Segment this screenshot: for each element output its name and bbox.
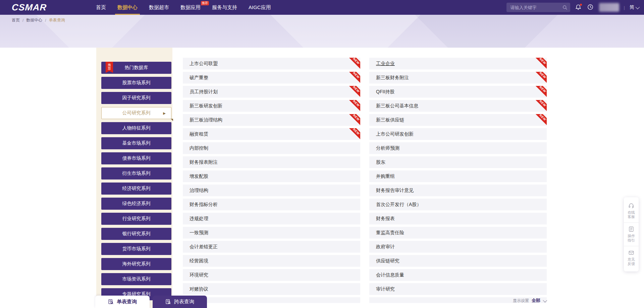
headset-icon — [628, 203, 634, 210]
tab-单表查询[interactable]: 单表查询 — [95, 296, 150, 308]
top-header: CSMAR 首页数据中心数据超市数据应用推荐服务与支持AIGC应用 | 简 — [0, 0, 644, 15]
list-item-新三板供应链[interactable]: 新三板供应链NEW — [369, 114, 547, 126]
list-item-工业企业[interactable]: 工业企业NEW — [369, 58, 547, 69]
guide-icon — [628, 226, 634, 234]
list-item-label: 上市公司联盟 — [190, 58, 218, 69]
list-item-股东[interactable]: 股东 — [369, 156, 547, 168]
display-setting-value[interactable]: 全部 — [532, 298, 540, 304]
chevron-down-icon — [636, 5, 640, 9]
list-item-QFII持股[interactable]: QFII持股NEW — [369, 86, 547, 98]
list-item-环境研究[interactable]: 环境研究 — [183, 269, 360, 281]
list-item-并购重组[interactable]: 并购重组 — [369, 170, 547, 182]
list-item-一致预测[interactable]: 一致预测 — [183, 227, 360, 239]
list-item-新三板财务附注[interactable]: 新三板财务附注NEW — [369, 72, 547, 84]
list-item-会计差错更正[interactable]: 会计差错更正 — [183, 241, 360, 253]
list-item-partial[interactable] — [183, 297, 360, 303]
list-item-内部控制[interactable]: 内部控制 — [183, 142, 360, 154]
list-item-label: 首次公开发行（A股） — [376, 199, 421, 210]
tab-跨表查询[interactable]: 跨表查询 — [153, 296, 207, 308]
csmar-logo[interactable]: CSMAR — [11, 2, 47, 13]
list-item-label: 政府审计 — [376, 241, 395, 253]
list-item-破产重整[interactable]: 破产重整NEW — [183, 72, 360, 84]
float-button-在线客服[interactable]: 在线客服 — [624, 199, 639, 222]
list-item-新三板研发创新[interactable]: 新三板研发创新NEW — [183, 100, 360, 112]
breadcrumb-item[interactable]: 首页 — [12, 17, 20, 23]
list-item-新三板治理结构[interactable]: 新三板治理结构NEW — [183, 114, 360, 126]
sidebar-item-label: 衍生市场系列 — [122, 170, 151, 176]
float-button-意见反馈[interactable]: 意见反馈 — [624, 246, 639, 269]
sidebar-item-银行研究系列[interactable]: 银行研究系列 — [101, 228, 171, 240]
nav-item-数据中心[interactable]: 数据中心 — [112, 0, 143, 15]
list-item-label: 员工持股计划 — [190, 86, 218, 98]
nav-item-数据应用[interactable]: 数据应用推荐 — [175, 0, 206, 15]
list-item-label: 一致预测 — [190, 227, 208, 239]
list-item-治理结构[interactable]: 治理结构 — [183, 185, 360, 196]
list-item-董监高责任险[interactable]: 董监高责任险 — [369, 227, 547, 239]
language-switcher[interactable]: 简 — [630, 4, 639, 10]
float-button-label: 操作指引 — [627, 234, 635, 243]
list-item-首次公开发行（A股）[interactable]: 首次公开发行（A股） — [369, 199, 547, 210]
sidebar-item-行业研究系列[interactable]: 行业研究系列 — [101, 213, 171, 225]
float-button-操作指引[interactable]: 操作指引 — [624, 222, 639, 246]
list-item-违规处理[interactable]: 违规处理 — [183, 213, 360, 224]
list-item-对赌协议[interactable]: 对赌协议 — [183, 283, 360, 295]
sidebar-item-绿色经济系列[interactable]: 绿色经济系列 — [101, 198, 171, 210]
nav-item-首页[interactable]: 首页 — [90, 0, 112, 15]
sidebar-item-经济研究系列[interactable]: 经济研究系列 — [101, 183, 171, 195]
sidebar-item-label: 绿色经济系列 — [122, 201, 151, 207]
list-item-label: 对赌协议 — [190, 283, 208, 295]
breadcrumb-item[interactable]: 数据中心 — [26, 17, 42, 23]
sidebar-item-label: 公司研究系列 — [122, 110, 151, 116]
list-item-label: 财务报表 — [376, 213, 395, 224]
list-item-label: 并购重组 — [376, 170, 395, 182]
sidebar-item-股票市场系列[interactable]: 股票市场系列 — [101, 77, 171, 89]
list-item-供应链研究[interactable]: 供应链研究 — [369, 255, 547, 267]
breadcrumb-item: 单表查询 — [49, 17, 65, 23]
nav-item-数据超市[interactable]: 数据超市 — [143, 0, 175, 15]
list-item-财务指标分析[interactable]: 财务指标分析 — [183, 199, 360, 210]
list-item-融资租赁[interactable]: 融资租赁NEW — [183, 128, 360, 140]
sidebar-item-衍生市场系列[interactable]: 衍生市场系列 — [101, 167, 171, 179]
sidebar-item-货币市场系列[interactable]: 货币市场系列 — [101, 243, 171, 255]
history-button[interactable] — [587, 4, 594, 11]
sidebar-item-基金市场系列[interactable]: 基金市场系列 — [101, 137, 171, 149]
list-item-财务报表附注[interactable]: 财务报表附注 — [183, 156, 360, 168]
sidebar-item-label: 货币市场系列 — [122, 246, 151, 252]
list-item-财务报告审计意见[interactable]: 财务报告审计意见 — [369, 185, 547, 196]
sidebar-item-公司研究系列[interactable]: 公司研究系列▶ — [101, 107, 171, 119]
search-input[interactable] — [506, 3, 570, 12]
notifications-button[interactable] — [575, 4, 582, 11]
list-item-label: 会计信息质量 — [376, 269, 404, 281]
sidebar-item-热门数据库[interactable]: 热门数据库推荐 — [101, 62, 171, 74]
list-item-新三板公司基本信息[interactable]: 新三板公司基本信息NEW — [369, 100, 547, 112]
database-list: 上市公司联盟NEW破产重整NEW员工持股计划NEW新三板研发创新NEW新三板治理… — [183, 58, 547, 308]
avatar[interactable] — [599, 3, 619, 12]
main-nav: 首页数据中心数据超市数据应用推荐服务与支持AIGC应用 — [90, 0, 277, 15]
list-item-经营困境[interactable]: 经营困境 — [183, 255, 360, 267]
search-icon[interactable] — [562, 5, 568, 10]
list-item-label: 会计差错更正 — [190, 241, 218, 253]
list-item-上市公司联盟[interactable]: 上市公司联盟NEW — [183, 58, 360, 69]
nav-item-label: 数据应用 — [180, 4, 201, 11]
list-item-政府审计[interactable]: 政府审计 — [369, 241, 547, 253]
list-item-label: 财务报告审计意见 — [376, 185, 414, 196]
list-item-会计信息质量[interactable]: 会计信息质量 — [369, 269, 547, 281]
sidebar-item-债券市场系列[interactable]: 债券市场系列 — [101, 152, 171, 164]
list-item-员工持股计划[interactable]: 员工持股计划NEW — [183, 86, 360, 98]
sidebar-item-海外研究系列[interactable]: 海外研究系列 — [101, 258, 171, 270]
list-item-label: 股东 — [376, 156, 385, 168]
category-sidebar: 热门数据库推荐股票市场系列因子研究系列公司研究系列▶人物特征系列基金市场系列债券… — [101, 62, 171, 303]
list-item-分析师预测[interactable]: 分析师预测 — [369, 142, 547, 154]
nav-item-AIGC应用[interactable]: AIGC应用 — [243, 0, 277, 15]
list-item-label: 财务指标分析 — [190, 199, 218, 210]
sidebar-item-市场资讯系列[interactable]: 市场资讯系列 — [101, 273, 171, 285]
list-item-上市公司研发创新[interactable]: 上市公司研发创新 — [369, 128, 547, 140]
sidebar-item-因子研究系列[interactable]: 因子研究系列 — [101, 92, 171, 104]
display-setting-label: 显示设置 — [513, 298, 529, 304]
list-item-财务报表[interactable]: 财务报表 — [369, 213, 547, 224]
new-badge: NEW — [534, 100, 547, 112]
list-item-审计研究[interactable]: 审计研究 — [369, 283, 547, 295]
nav-item-服务与支持[interactable]: 服务与支持 — [206, 0, 243, 15]
sidebar-item-人物特征系列[interactable]: 人物特征系列 — [101, 122, 171, 134]
list-item-增发配股[interactable]: 增发配股 — [183, 170, 360, 182]
